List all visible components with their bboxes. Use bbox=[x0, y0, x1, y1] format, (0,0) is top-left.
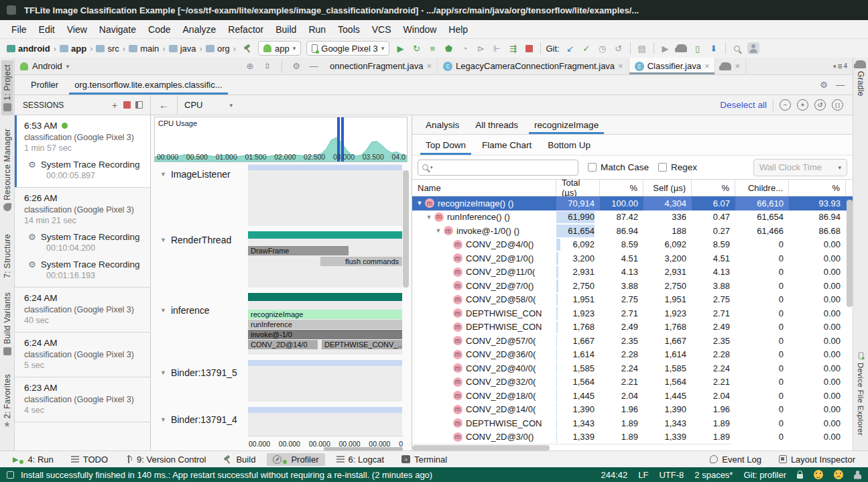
collapse-all-icon[interactable]: ⇳ bbox=[261, 61, 274, 71]
status-message[interactable]: Install successfully finished in 140 ms.… bbox=[21, 470, 432, 480]
hide-panel-icon[interactable]: — bbox=[836, 80, 845, 90]
toolwindow-button-todo[interactable]: TODO bbox=[65, 453, 114, 466]
apply-changes-button[interactable]: ↻ bbox=[409, 41, 424, 56]
table-row[interactable]: mCONV_2D@1/0()3,2004.513,2004.5100.00 bbox=[412, 251, 853, 265]
toolwindow-button-terminal[interactable]: >Terminal bbox=[395, 453, 453, 466]
thread-row-label[interactable]: ▼inference bbox=[160, 305, 210, 316]
analysis-subtab[interactable]: Top Down bbox=[418, 135, 474, 155]
toolwindow-button-event-log[interactable]: Event Log bbox=[704, 453, 767, 466]
thread-activity-bar[interactable] bbox=[248, 360, 402, 366]
thread-row-label[interactable]: ▼ImageListener bbox=[160, 169, 231, 180]
column-header[interactable]: Name bbox=[412, 180, 556, 196]
indent-style[interactable]: 2 spaces* bbox=[694, 470, 733, 480]
breadcrumb-item[interactable]: src bbox=[96, 44, 119, 54]
menu-item-run[interactable]: Run bbox=[302, 22, 332, 37]
project-view-selector[interactable]: Android bbox=[32, 61, 62, 71]
lock-icon[interactable] bbox=[797, 474, 803, 479]
search-everywhere-icon[interactable] bbox=[730, 41, 745, 56]
zoom-to-selection-button[interactable]: [ ] bbox=[832, 99, 843, 111]
hide-panel-icon[interactable]: — bbox=[307, 61, 320, 71]
analysis-tab[interactable]: Analysis bbox=[418, 115, 467, 134]
back-arrow-icon[interactable]: ← bbox=[151, 95, 178, 115]
thread-row-label[interactable]: ▼RenderThread bbox=[160, 235, 231, 245]
table-row[interactable]: mCONV_2D@7/0()2,7503.882,7503.8800.00 bbox=[412, 279, 853, 293]
zoom-in-button[interactable]: + bbox=[797, 99, 808, 111]
build-hammer-icon[interactable] bbox=[240, 41, 255, 56]
session-item[interactable]: 6:24 AMclassification (Google Pixel 3)40… bbox=[15, 288, 150, 333]
reset-zoom-button[interactable]: ↺ bbox=[814, 99, 826, 111]
profiler-tab[interactable]: Profiler bbox=[23, 75, 66, 95]
trace-span[interactable]: runInference bbox=[248, 320, 402, 329]
hidden-tabs-dropdown[interactable]: ▾ ≡ 4 bbox=[828, 58, 853, 74]
thread-activity-bar[interactable] bbox=[248, 231, 402, 239]
git-rollback-button[interactable]: ↺ bbox=[611, 41, 626, 56]
trace-span[interactable]: invoke@-1/0 bbox=[248, 330, 402, 339]
expand-arrow-icon[interactable]: ▼ bbox=[426, 214, 432, 221]
debug-button[interactable]: ⬟ bbox=[441, 41, 456, 56]
stripe-tab-device-file-explorer[interactable]: Device File Explorer bbox=[853, 351, 868, 436]
table-row[interactable]: mDEPTHWISE_CON1,7682.491,7682.4900.00 bbox=[412, 320, 853, 335]
line-separator[interactable]: LF bbox=[638, 470, 648, 480]
stripe-tab-1-project[interactable]: 1: Project bbox=[1, 60, 13, 115]
breadcrumb-item[interactable]: app bbox=[60, 44, 86, 54]
recording-item[interactable]: ⚙System Trace Recording00:00:05.897 bbox=[24, 160, 145, 180]
thread-activity-bar[interactable] bbox=[248, 407, 402, 413]
cpu-usage-chart[interactable]: CPU Usage 00.00000.50001.00001.50002.000… bbox=[154, 117, 408, 162]
menu-item-tools[interactable]: Tools bbox=[332, 22, 366, 37]
menu-item-help[interactable]: Help bbox=[442, 22, 474, 37]
breadcrumb-item[interactable]: org bbox=[206, 44, 230, 54]
table-row[interactable]: ▼mrunInference() ()61,99087.423360.4761,… bbox=[412, 210, 853, 225]
recording-item[interactable]: ⚙System Trace Recording00:01:16.193 bbox=[24, 259, 145, 280]
apply-code-changes-button[interactable]: ≡ bbox=[425, 41, 440, 56]
table-row[interactable]: ▼minvoke@-1/0() ()61,65486.941880.2761,4… bbox=[412, 224, 853, 238]
stripe-tab-2-favorites[interactable]: 2: Favorites★ bbox=[1, 370, 13, 433]
zoom-out-button[interactable]: − bbox=[780, 99, 791, 111]
table-row[interactable]: mCONV_2D@11/0(2,9314.132,9314.1300.00 bbox=[412, 265, 853, 280]
inspections-icon[interactable] bbox=[854, 471, 861, 479]
profiler-view-dropdown[interactable]: CPU ▾ bbox=[184, 100, 233, 110]
editor-tab[interactable]: cLegacyCameraConnectionFragment.java× bbox=[438, 58, 629, 74]
toolwindow-button-4-run[interactable]: ▶4: Run bbox=[7, 453, 60, 466]
stop-button[interactable] bbox=[521, 41, 536, 56]
session-item[interactable]: 6:24 AMclassification (Google Pixel 3)5 … bbox=[15, 333, 150, 377]
gear-icon[interactable]: ⚙ bbox=[290, 61, 303, 71]
stripe-tab-7-structure[interactable]: 7: Structure bbox=[1, 230, 13, 282]
sad-feedback-icon[interactable] bbox=[834, 470, 843, 479]
menu-item-analyze[interactable]: Analyze bbox=[177, 22, 223, 37]
column-header[interactable]: Childre... bbox=[735, 180, 789, 196]
happy-feedback-icon[interactable] bbox=[814, 470, 823, 479]
editor-tab[interactable]: onnectionFragment.java× bbox=[324, 58, 438, 74]
analysis-subtab[interactable]: Bottom Up bbox=[540, 135, 599, 155]
git-update-button[interactable]: ↙ bbox=[563, 41, 578, 56]
stripe-tab-build-variants[interactable]: Build Variants bbox=[1, 288, 13, 359]
table-row[interactable]: mCONV_2D@57/0(1,6672.351,6672.3500.00 bbox=[412, 334, 853, 348]
thread-row-label[interactable]: ▼Binder:13791_5 bbox=[160, 367, 237, 378]
table-row[interactable]: mCONV_2D@36/0(1,6142.281,6142.2800.00 bbox=[412, 348, 853, 362]
run-config-selector[interactable]: app ▾ bbox=[258, 41, 301, 56]
toolwindow-button-9-version-control[interactable]: 9: Version Control bbox=[119, 453, 212, 466]
locate-file-icon[interactable]: ⊕ bbox=[243, 61, 257, 71]
toolwindow-button-layout-inspector[interactable]: Layout Inspector bbox=[773, 453, 861, 466]
profile-avatar[interactable] bbox=[746, 41, 761, 56]
menu-item-file[interactable]: File bbox=[5, 22, 33, 37]
table-row[interactable]: mCONV_2D@18/0(1,4452.041,4452.0400.00 bbox=[412, 389, 853, 403]
menu-item-edit[interactable]: Edit bbox=[33, 22, 61, 37]
table-row[interactable]: mDEPTHWISE_CON1,3431.891,3431.8900.00 bbox=[412, 416, 853, 430]
device-manager-icon[interactable]: ▶ bbox=[658, 41, 673, 56]
close-icon[interactable]: × bbox=[618, 61, 623, 71]
menu-item-navigate[interactable]: Navigate bbox=[93, 22, 142, 37]
match-case-checkbox[interactable]: Match Case bbox=[588, 162, 649, 172]
table-row[interactable]: mCONV_2D@58/0(1,9512.751,9512.7500.00 bbox=[412, 293, 853, 307]
editor-tab[interactable]: cClassifier.java× bbox=[629, 58, 716, 74]
menu-item-build[interactable]: Build bbox=[269, 22, 302, 37]
close-icon[interactable]: × bbox=[426, 61, 432, 71]
column-header[interactable]: Self (µs) bbox=[643, 180, 692, 196]
toolwindow-button-build[interactable]: Build bbox=[217, 453, 261, 466]
git-branch[interactable]: Git: profiler bbox=[743, 470, 786, 480]
deselect-all-link[interactable]: Deselect all bbox=[720, 100, 767, 110]
breadcrumb-item[interactable]: main bbox=[129, 44, 159, 54]
table-hscrollbar[interactable] bbox=[412, 444, 731, 450]
column-header[interactable]: % bbox=[600, 180, 643, 196]
toolwindow-button-6-logcat[interactable]: 6: Logcat bbox=[330, 453, 391, 466]
threads-scrollbar[interactable] bbox=[403, 170, 409, 288]
